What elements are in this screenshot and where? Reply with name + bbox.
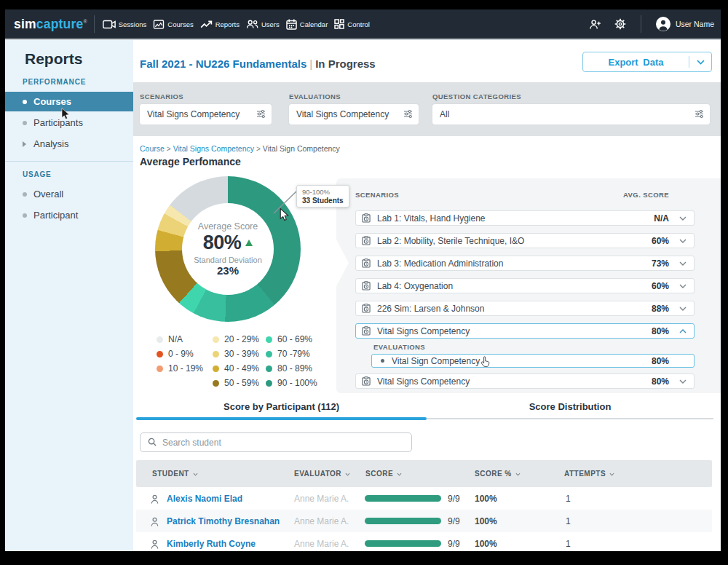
panel-notch [336, 240, 349, 286]
evaluation-row[interactable]: Vital Sign Competency80% [371, 354, 695, 368]
search-student-input[interactable]: Search student [140, 432, 412, 452]
student-name-link[interactable]: Alexis Naomi Elad [167, 494, 242, 504]
legend-label: 50 - 59% [224, 378, 259, 388]
column-header-label: SCORE % [475, 470, 512, 478]
sort-icon [397, 470, 402, 478]
legend-swatch [157, 366, 163, 372]
inactive-tab-underline [427, 418, 713, 419]
legend-item: 80 - 89% [266, 361, 317, 376]
sidebar-item-participant[interactable]: Participant [5, 205, 133, 225]
scenario-row[interactable]: Lab 2: Mobility, Sterile Technique, I&O6… [355, 233, 695, 248]
sidebar-item-participants[interactable]: Participants [5, 113, 133, 133]
standard-deviation-value: 23% [217, 264, 239, 277]
sidebar-item-analysis[interactable]: Analysis [5, 134, 133, 154]
chevron-down-icon[interactable] [679, 284, 687, 288]
course-title-link[interactable]: Fall 2021 - NU226 Fundamentals [140, 58, 306, 70]
legend-swatch [266, 380, 272, 387]
calendar-icon [286, 19, 297, 30]
avatar-icon [656, 17, 670, 31]
question-categories-filter-dropdown[interactable]: All [432, 104, 710, 125]
evaluator-name: Anne Marie A. [294, 494, 349, 504]
sort-icon [193, 470, 198, 478]
scenario-label: Vital Signs Competency [377, 326, 652, 336]
table-rows: Alexis Naomi EladAnne Marie A.9/9100%1Pa… [136, 487, 712, 551]
scenario-avg-score: N/A [654, 213, 669, 224]
tab-score-distribution[interactable]: Score Distribution [427, 401, 713, 412]
chevron-down-icon[interactable] [679, 261, 687, 266]
user-menu[interactable]: User Name [656, 17, 714, 31]
bullet-icon [23, 121, 33, 125]
breadcrumb-item[interactable]: Vital Signs Competency [173, 144, 254, 153]
legend-swatch [213, 380, 219, 387]
scenario-row[interactable]: Lab 4: Oxygenation60% [355, 278, 695, 293]
score-percent: 100% [475, 494, 497, 504]
sidebar-item-courses[interactable]: Courses [5, 92, 133, 111]
chevron-down-icon[interactable] [679, 216, 687, 221]
sidebar-item-overall[interactable]: Overall [5, 184, 133, 204]
filter-bar: SCENARIOS Vital Signs Competency EVALUAT… [133, 82, 721, 136]
scenarios-panel: SCENARIOS AVG. SCORE Lab 1: Vitals, Hand… [336, 178, 721, 393]
legend-item: 40 - 49% [213, 361, 259, 376]
attempts-value: 1 [566, 494, 571, 504]
nav-item-reports[interactable]: Reports [200, 20, 240, 28]
scenario-rows: Lab 1: Vitals, Hand HygieneN/ALab 2: Mob… [355, 210, 695, 396]
topnav-items: SessionsCoursesReportsUsersCalendarContr… [103, 19, 370, 30]
table-header: STUDENTEVALUATORSCORESCORE %ATTEMPTS [136, 460, 712, 487]
breadcrumb-item: Vital Sign Competency [263, 144, 340, 153]
chevron-down-icon[interactable] [679, 307, 687, 311]
legend-column: 20 - 29%30 - 39%40 - 49%50 - 59% [213, 332, 259, 390]
person-add-icon[interactable] [589, 20, 601, 29]
student-name-link[interactable]: Patrick Timothy Bresnahan [167, 516, 280, 526]
breadcrumb: Course>Vital Signs Competency>Vital Sign… [140, 144, 340, 153]
nav-item-label: Sessions [119, 20, 147, 28]
trend-up-icon [245, 240, 253, 246]
simcapture-logo[interactable]: simcapture® [14, 17, 87, 32]
legend-label: 60 - 69% [277, 334, 312, 344]
nav-item-sessions[interactable]: Sessions [103, 20, 147, 29]
clipboard-icon [362, 304, 371, 313]
sidebar-item-label: Overall [33, 189, 63, 199]
export-data-button[interactable]: Export Data [582, 52, 712, 72]
column-header-student[interactable]: STUDENT [152, 460, 198, 487]
nav-item-courses[interactable]: Courses [153, 20, 193, 29]
average-performance-donut[interactable]: Average Score 80% Standard Deviation 23% [155, 176, 301, 322]
evaluator-name: Anne Marie A. [294, 539, 349, 549]
topnav-right: User Name [589, 15, 714, 33]
gear-icon[interactable] [614, 18, 626, 30]
scenario-row[interactable]: Vital Signs Competency80% [355, 323, 695, 339]
nav-item-control[interactable]: Control [334, 19, 370, 29]
breadcrumb-item[interactable]: Course [140, 144, 165, 153]
nav-divider [641, 15, 641, 33]
column-header-score[interactable]: SCORE [365, 460, 402, 487]
clipboard-icon [362, 376, 371, 386]
sort-icon [345, 470, 350, 478]
legend-label: 40 - 49% [224, 363, 259, 374]
nav-divider [94, 15, 95, 33]
nav-item-calendar[interactable]: Calendar [286, 19, 328, 30]
legend-column: 60 - 69%70 -79%80 - 89%90 - 100% [266, 332, 317, 390]
bullet-icon [23, 213, 33, 218]
column-header-evaluator[interactable]: EVALUATOR [294, 460, 350, 487]
chevron-down-icon[interactable] [679, 379, 687, 384]
score-bar [365, 518, 441, 524]
scenario-row[interactable]: Lab 1: Vitals, Hand HygieneN/A [355, 210, 695, 226]
legend-label: 0 - 9% [168, 349, 194, 359]
sidebar-item-label: Participants [33, 117, 83, 128]
column-header-label: EVALUATOR [294, 470, 341, 478]
tab-score-by-participant[interactable]: Score by Participant (112) [136, 401, 427, 412]
scenario-row[interactable]: 226 Sim: Larsen & Johnson88% [355, 301, 695, 316]
column-header-attempts[interactable]: ATTEMPTS [564, 460, 614, 487]
evaluations-filter-dropdown[interactable]: Vital Signs Competency [289, 104, 419, 125]
nav-item-users[interactable]: Users [246, 20, 280, 28]
chevron-down-icon[interactable] [689, 60, 711, 65]
chevron-up-icon[interactable] [679, 329, 687, 333]
student-name-link[interactable]: Kimberly Ruth Coyne [167, 539, 256, 549]
scenario-row[interactable]: Vital Signs Competency80% [355, 374, 695, 389]
image-icon [153, 20, 165, 29]
scenario-row[interactable]: Lab 3: Medication Administration73% [355, 256, 695, 271]
scenario-avg-score: 73% [652, 258, 669, 269]
chevron-down-icon[interactable] [679, 239, 687, 243]
column-header-score-[interactable]: SCORE % [475, 460, 521, 487]
scenarios-filter-dropdown[interactable]: Vital Signs Competency [140, 104, 272, 125]
users-icon [246, 20, 258, 28]
